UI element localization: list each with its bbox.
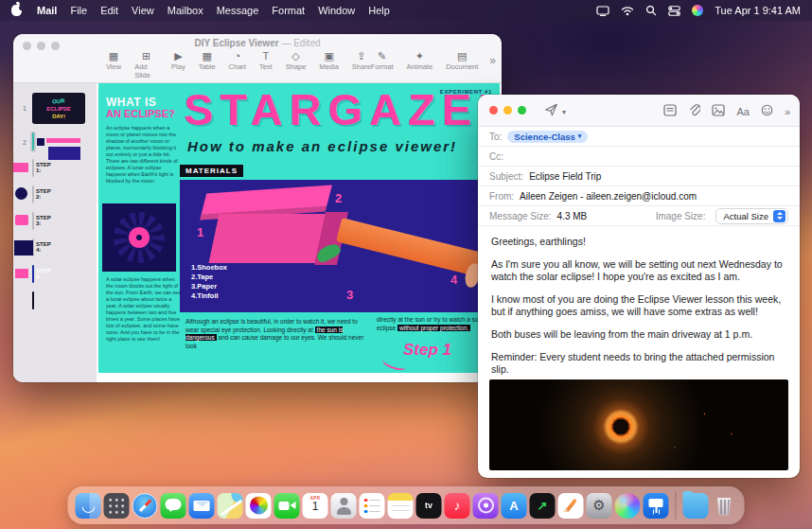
slide-thumbnail-1[interactable]: 1 OUR ECLIPSE DAY! <box>13 89 97 128</box>
add-slide-button[interactable]: ⊞Add Slide <box>134 50 158 79</box>
dock-icon-messages[interactable] <box>161 493 186 519</box>
dock-icon-siri[interactable] <box>615 493 641 519</box>
apple-menu-icon[interactable] <box>11 5 22 16</box>
play-icon: ▶ <box>174 50 182 62</box>
format-text-button[interactable]: Aa <box>736 106 749 117</box>
menu-format[interactable]: Format <box>272 5 305 16</box>
send-button[interactable] <box>544 103 558 120</box>
dock-icon-notes[interactable] <box>388 493 414 519</box>
shape-button[interactable]: ◇Shape <box>286 50 307 79</box>
menu-view[interactable]: View <box>132 5 154 16</box>
slide-thumbnail-6[interactable]: 6 STEP 4: <box>13 236 97 260</box>
text-button[interactable]: TText <box>259 50 273 79</box>
document-button[interactable]: ▤Document <box>446 50 478 71</box>
menu-message[interactable]: Message <box>217 5 259 16</box>
siri-icon[interactable] <box>692 5 703 16</box>
menu-edit[interactable]: Edit <box>100 5 118 16</box>
dock-icon-pages[interactable] <box>558 493 584 519</box>
slide-subtitle[interactable]: How to make an eclipse viewer! <box>187 138 457 154</box>
slide-heading-line2[interactable]: AN ECLIPSE? <box>106 108 175 119</box>
dock-icon-folder[interactable] <box>683 493 709 519</box>
slide-paragraph-left[interactable]: An eclipse happens when a moon or planet… <box>106 125 182 185</box>
share-button[interactable]: ⇪Share <box>352 50 371 79</box>
slide-thumbnail-5[interactable]: 5 STEP 3: <box>13 209 97 234</box>
slide-paragraph-bottom[interactable]: Although an eclipse is beautiful, in ord… <box>185 318 369 350</box>
search-icon[interactable] <box>645 5 657 16</box>
close-button[interactable] <box>489 106 498 115</box>
toolbar-overflow-chevron[interactable]: » <box>785 106 790 117</box>
slide-thumbnail-8[interactable] <box>13 289 97 313</box>
animate-icon: ✦ <box>415 50 424 62</box>
menu-clock[interactable]: Tue Apr 1 9:41 AM <box>715 5 801 16</box>
attach-icon[interactable] <box>688 103 700 120</box>
dock-icon-contacts[interactable] <box>331 493 357 519</box>
send-options-chevron[interactable]: ▾ <box>562 108 566 116</box>
dock-icon-tv[interactable]: tv <box>416 493 442 519</box>
dock-icon-podcasts[interactable] <box>473 493 499 519</box>
dock-icon-mail[interactable] <box>189 493 215 519</box>
dock-icon-calendar[interactable]: APR 1 <box>303 493 328 519</box>
dock-icon-finder[interactable] <box>76 493 101 519</box>
sun-illustration[interactable] <box>102 203 176 272</box>
slide-title[interactable]: STARGAZER <box>184 83 500 135</box>
dock-icon-launchpad[interactable] <box>104 493 130 519</box>
format-button[interactable]: ✎Format <box>371 50 394 71</box>
view-button[interactable]: ▦View <box>106 50 121 79</box>
slide-paragraph-right[interactable]: directly at the sun or try to watch a so… <box>377 316 492 332</box>
chart-button[interactable]: ◔Chart <box>229 50 246 79</box>
photo-browser-icon[interactable] <box>712 103 725 120</box>
dock-icon-maps[interactable] <box>218 493 243 519</box>
view-icon: ▦ <box>109 50 118 62</box>
slide-thumbnail-4[interactable]: 4 STEP 2: <box>13 183 97 207</box>
wifi-icon[interactable] <box>621 6 634 16</box>
slide-editor[interactable]: EXPERIMENT #1 WHAT IS AN ECLIPSE? An ecl… <box>98 83 500 373</box>
media-button[interactable]: ▣Media <box>319 50 338 79</box>
dock-icon-settings[interactable]: ⚙ <box>587 493 612 519</box>
slide-heading-line1[interactable]: WHAT IS <box>106 96 156 109</box>
dock-icon-keynote[interactable] <box>644 493 669 519</box>
recipient-token[interactable]: Science-Class▾ <box>507 131 588 143</box>
screen-mirroring-icon[interactable] <box>596 6 609 16</box>
dock-icon-photos[interactable] <box>246 493 272 519</box>
subject-label: Subject: <box>489 171 523 182</box>
animate-button[interactable]: ✦Animate <box>407 50 433 71</box>
edited-label: — Edited <box>281 38 320 48</box>
share-icon: ⇪ <box>357 50 365 62</box>
menu-help[interactable]: Help <box>368 5 390 16</box>
play-button[interactable]: ▶Play <box>171 50 185 79</box>
menu-file[interactable]: File <box>70 5 87 16</box>
dock-icon-music[interactable]: ♪ <box>445 493 470 519</box>
shoebox-illustration[interactable]: 1 2 3 4 1.Shoebox 2.Tape 3.Paper 4.Tinfo… <box>180 180 496 312</box>
emoji-icon[interactable] <box>761 103 773 120</box>
dock-icon-safari[interactable] <box>132 493 158 519</box>
cc-field[interactable]: Cc: <box>478 147 800 167</box>
from-field[interactable]: From: Aileen Zeigen - aileen.zeigen@iclo… <box>478 186 800 206</box>
dock-icon-app-store[interactable]: A <box>502 493 527 519</box>
image-size-popup[interactable]: Actual Size <box>715 208 788 224</box>
control-center-icon[interactable] <box>668 6 680 16</box>
to-field[interactable]: To: Science-Class▾ <box>478 127 800 147</box>
mail-compose-window: ▾ Aa » To: Science-Class▾ Cc: Subject: E… <box>478 95 800 478</box>
slide-paragraph-left2[interactable]: A solar eclipse happens when the moon bl… <box>106 276 182 343</box>
menu-app-name[interactable]: Mail <box>37 5 57 16</box>
toolbar-overflow-chevron[interactable]: » <box>489 54 496 67</box>
materials-label[interactable]: MATERIALS <box>180 165 243 177</box>
dock-icon-reminders[interactable] <box>360 493 385 519</box>
table-button[interactable]: ▦Table <box>199 50 216 79</box>
eclipse-photo-attachment[interactable] <box>489 379 788 470</box>
illustration-number-3: 3 <box>346 288 353 302</box>
body-paragraph: I know most of you are doing the Eclipse… <box>491 293 786 318</box>
dock-icon-facetime[interactable] <box>274 493 300 519</box>
zoom-button[interactable] <box>518 106 526 115</box>
step-1-label[interactable]: Step 1 <box>403 341 451 360</box>
dock-icon-trash[interactable] <box>712 493 737 519</box>
slide-thumbnail-2-selected[interactable]: 2 <box>13 130 97 154</box>
minimize-button[interactable] <box>503 106 512 115</box>
message-body[interactable]: Greetings, earthlings! As I'm sure you a… <box>478 226 800 379</box>
slide-thumbnail-7[interactable]: 7 STEP 5: <box>13 262 97 287</box>
header-fields-icon[interactable] <box>663 103 677 120</box>
menu-mailbox[interactable]: Mailbox <box>168 5 203 16</box>
subject-field[interactable]: Subject: Eclipse Field Trip <box>478 167 800 186</box>
dock-icon-stocks[interactable]: ↗ <box>530 493 556 519</box>
menu-window[interactable]: Window <box>318 5 355 16</box>
